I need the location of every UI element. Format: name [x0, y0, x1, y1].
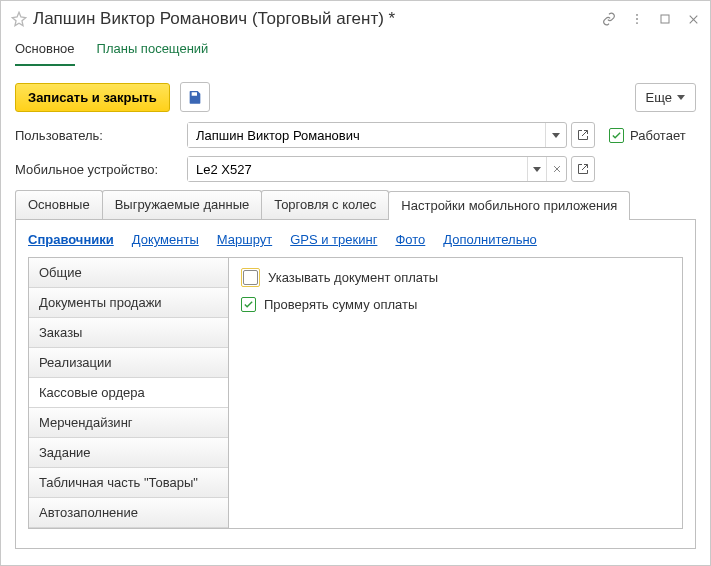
check-payment-sum-checkbox[interactable]	[241, 297, 256, 312]
tab-export-data[interactable]: Выгружаемые данные	[102, 190, 263, 219]
list-item-merchandising[interactable]: Мерчендайзинг	[29, 408, 228, 438]
list-item-realizations[interactable]: Реализации	[29, 348, 228, 378]
sublink-route[interactable]: Маршрут	[217, 232, 272, 247]
user-open-button[interactable]	[571, 122, 595, 148]
list-item-task[interactable]: Задание	[29, 438, 228, 468]
nav-visit-plans[interactable]: Планы посещений	[97, 41, 209, 66]
device-clear-button[interactable]	[546, 157, 566, 181]
device-dropdown-button[interactable]	[527, 157, 547, 181]
list-item-general[interactable]: Общие	[29, 258, 228, 288]
focused-checkbox-wrapper	[241, 268, 260, 287]
save-button[interactable]	[180, 82, 210, 112]
link-icon[interactable]	[602, 12, 616, 26]
nav-main[interactable]: Основное	[15, 41, 75, 66]
chevron-down-icon	[677, 95, 685, 100]
svg-rect-3	[661, 15, 669, 23]
device-input[interactable]	[188, 157, 527, 181]
chevron-down-icon	[552, 133, 560, 138]
more-button-label: Еще	[646, 90, 672, 105]
close-icon[interactable]	[686, 12, 700, 26]
list-item-sales-docs[interactable]: Документы продажи	[29, 288, 228, 318]
sublink-photo[interactable]: Фото	[395, 232, 425, 247]
user-dropdown-button[interactable]	[545, 123, 566, 147]
list-item-orders[interactable]: Заказы	[29, 318, 228, 348]
tab-mobile-settings[interactable]: Настройки мобильного приложения	[388, 191, 630, 220]
svg-point-2	[636, 22, 638, 24]
specify-payment-doc-label: Указывать документ оплаты	[268, 270, 438, 285]
sublink-catalogs[interactable]: Справочники	[28, 232, 114, 247]
kebab-menu-icon[interactable]	[630, 12, 644, 26]
works-checkbox[interactable]	[609, 128, 624, 143]
svg-point-0	[636, 14, 638, 16]
svg-point-1	[636, 18, 638, 20]
tab-van-sales[interactable]: Торговля с колес	[261, 190, 389, 219]
specify-payment-doc-checkbox[interactable]	[243, 270, 258, 285]
sublink-additional[interactable]: Дополнительно	[443, 232, 537, 247]
save-and-close-button[interactable]: Записать и закрыть	[15, 83, 170, 112]
more-button[interactable]: Еще	[635, 83, 696, 112]
window-title: Лапшин Виктор Романович (Торговый агент)…	[33, 9, 602, 29]
user-label: Пользователь:	[15, 128, 187, 143]
list-item-autofill[interactable]: Автозаполнение	[29, 498, 228, 528]
works-label: Работает	[630, 128, 686, 143]
list-item-cash-orders[interactable]: Кассовые ордера	[29, 378, 228, 408]
sublink-documents[interactable]: Документы	[132, 232, 199, 247]
maximize-icon[interactable]	[658, 12, 672, 26]
list-item-goods-table[interactable]: Табличная часть "Товары"	[29, 468, 228, 498]
chevron-down-icon	[533, 167, 541, 172]
sublink-gps[interactable]: GPS и трекинг	[290, 232, 377, 247]
device-open-button[interactable]	[571, 156, 595, 182]
favorite-star-icon[interactable]	[11, 11, 27, 27]
tab-main[interactable]: Основные	[15, 190, 103, 219]
check-payment-sum-label: Проверять сумму оплаты	[264, 297, 417, 312]
device-label: Мобильное устройство:	[15, 162, 187, 177]
user-input[interactable]	[188, 123, 545, 147]
